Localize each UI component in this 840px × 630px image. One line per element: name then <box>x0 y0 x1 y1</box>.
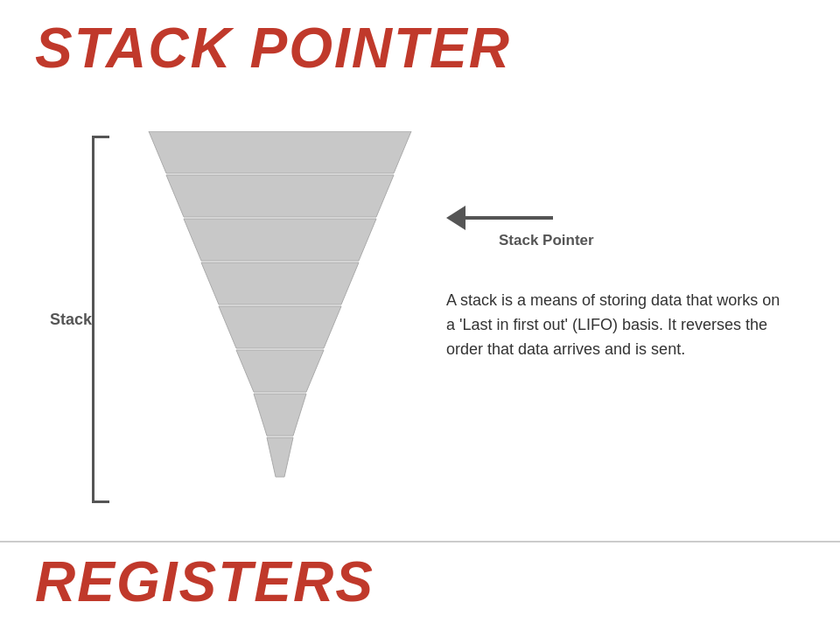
svg-marker-7 <box>267 438 293 477</box>
stack-diagram <box>122 131 438 508</box>
svg-marker-2 <box>184 219 376 261</box>
divider-line <box>0 541 840 542</box>
arrow-head-icon <box>446 206 466 230</box>
bottom-title: REGISTERS <box>35 550 374 614</box>
svg-marker-5 <box>236 350 324 392</box>
page-title: STACK POINTER <box>35 16 511 80</box>
svg-marker-4 <box>219 306 341 348</box>
svg-marker-0 <box>149 131 411 173</box>
svg-marker-3 <box>201 262 359 304</box>
stack-pointer-arrow <box>446 206 553 230</box>
stack-label: Stack <box>50 311 92 329</box>
arrow-line <box>466 216 553 220</box>
svg-marker-1 <box>166 175 394 217</box>
svg-marker-6 <box>254 394 306 436</box>
stack-pointer-label: Stack Pointer <box>499 232 594 249</box>
stack-bracket <box>92 136 109 503</box>
description-text: A stack is a means of storing data that … <box>446 289 788 362</box>
